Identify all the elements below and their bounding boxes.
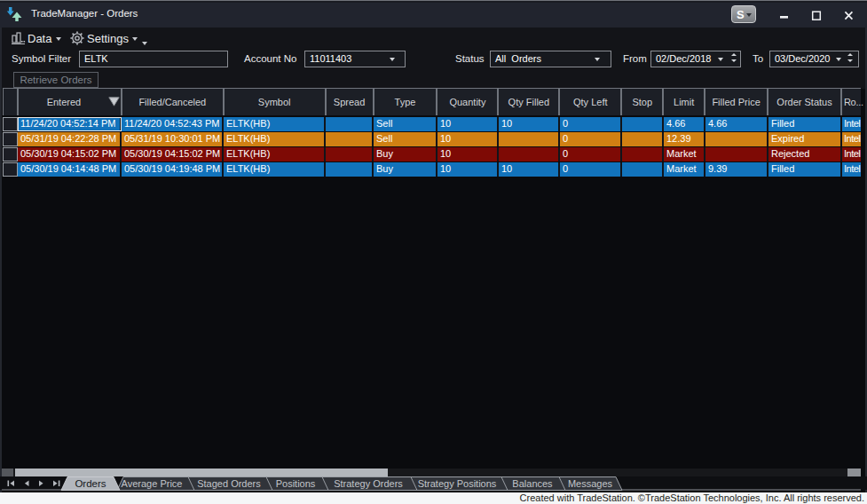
svg-text:Orders: Orders	[75, 478, 106, 489]
svg-text:Strategy Orders: Strategy Orders	[334, 478, 403, 489]
svg-text:Strategy Positions: Strategy Positions	[418, 478, 497, 489]
svg-text:Staged Orders: Staged Orders	[197, 478, 261, 489]
svg-text:Messages: Messages	[568, 478, 613, 489]
svg-text:Balances: Balances	[512, 478, 553, 489]
svg-text:Positions: Positions	[276, 478, 316, 489]
svg-text:Average Price: Average Price	[122, 478, 183, 489]
